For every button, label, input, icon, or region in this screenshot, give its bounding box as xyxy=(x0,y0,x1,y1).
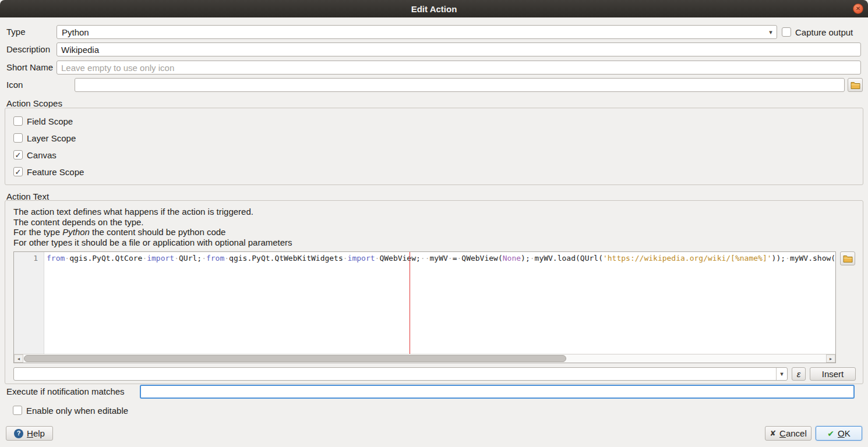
action-scopes-list: Field ScopeLayer Scope✓Canvas✓Feature Sc… xyxy=(13,116,84,177)
help-line-segment: For the type xyxy=(13,227,62,237)
help-line: The content depends on the type. xyxy=(13,217,292,228)
action-scopes-groupbox: Field ScopeLayer Scope✓Canvas✓Feature Sc… xyxy=(5,108,863,185)
cancel-button-label: Cancel xyxy=(779,428,807,438)
code-token: 'https://wikipedia.org/wiki/[%name%]' xyxy=(603,254,772,262)
notification-label: Execute if notification matches xyxy=(6,385,125,399)
checkbox-icon[interactable]: ✓ xyxy=(13,167,23,176)
scope-label: Layer Scope xyxy=(27,133,76,143)
scope-label: Feature Scope xyxy=(27,167,84,177)
code-token: import xyxy=(147,254,174,262)
icon-path-input[interactable] xyxy=(75,78,845,92)
edit-action-dialog: Edit Action ✕ Type Python ▾ Capture outp… xyxy=(0,0,868,447)
code-token: ·QWebView;··myWV·=·QWebView( xyxy=(375,254,503,262)
capture-output-label: Capture output xyxy=(795,27,853,37)
notification-input[interactable] xyxy=(140,385,855,399)
capture-output-checkbox[interactable]: Capture output xyxy=(782,27,853,37)
help-line-italic: Python xyxy=(62,227,90,237)
insert-button[interactable]: Insert xyxy=(810,367,856,381)
type-value: Python xyxy=(57,27,765,37)
help-line: For other types it should be a file or a… xyxy=(13,237,292,248)
ok-button[interactable]: ✔ OK xyxy=(816,426,862,441)
short-name-input[interactable] xyxy=(57,61,861,74)
scope-checkbox-row[interactable]: Layer Scope xyxy=(13,133,84,143)
insert-button-label: Insert xyxy=(822,369,844,379)
horizontal-scrollbar[interactable]: ◂ ▸ xyxy=(14,354,835,363)
code-token: from xyxy=(47,254,65,262)
code-file-browse-button[interactable] xyxy=(840,251,855,265)
enable-editable-label: Enable only when editable xyxy=(26,406,128,416)
scroll-right-arrow[interactable]: ▸ xyxy=(826,354,835,363)
close-button[interactable]: ✕ xyxy=(853,3,863,14)
code-token: ·qgis.PyQt.QtWebKitWidgets· xyxy=(224,254,347,262)
checkbox-icon[interactable] xyxy=(13,133,23,143)
chevron-down-icon[interactable]: ▾ xyxy=(765,26,777,38)
checkbox-icon[interactable] xyxy=(782,27,791,37)
checkbox-icon[interactable] xyxy=(13,116,23,126)
code-token: from xyxy=(206,254,224,262)
code-token: ·QUrl;· xyxy=(174,254,206,262)
titlebar[interactable]: Edit Action ✕ xyxy=(0,0,868,17)
scope-checkbox-row[interactable]: ✓Feature Scope xyxy=(13,166,84,177)
window-title: Edit Action xyxy=(411,4,457,14)
code-token: );·myWV.load(QUrl( xyxy=(521,254,603,262)
checkbox-icon[interactable]: ✓ xyxy=(13,150,23,159)
close-icon: ✕ xyxy=(856,6,860,12)
description-input[interactable] xyxy=(57,42,861,56)
help-line-segment: the content should be python code xyxy=(90,227,226,237)
cancel-button[interactable]: ✘ Cancel xyxy=(765,426,811,441)
help-icon: ? xyxy=(14,429,23,438)
code-token: ·qgis.PyQt.QtCore· xyxy=(65,254,147,262)
type-label: Type xyxy=(6,25,26,39)
action-text-help: The action text defines what happens if … xyxy=(13,207,292,247)
code-line-content: from·qgis.PyQt.QtCore·import·QUrl;·from·… xyxy=(45,252,835,262)
chevron-down-icon[interactable]: ▾ xyxy=(776,368,787,380)
scrollbar-thumb[interactable] xyxy=(24,355,566,362)
type-combobox[interactable]: Python ▾ xyxy=(57,25,777,39)
enable-editable-checkbox[interactable]: Enable only when editable xyxy=(13,405,128,416)
folder-icon xyxy=(843,254,853,262)
scope-label: Field Scope xyxy=(27,116,73,126)
icon-label: Icon xyxy=(6,78,23,92)
help-button-label: Help xyxy=(27,428,45,438)
line-number: 1 xyxy=(14,254,38,262)
scroll-left-arrow[interactable]: ◂ xyxy=(14,354,23,363)
code-editor[interactable]: 1 from·qgis.PyQt.QtCore·import·QUrl;·fro… xyxy=(13,251,836,363)
expression-builder-button[interactable]: ε xyxy=(792,367,806,381)
code-token: import xyxy=(348,254,375,262)
folder-icon xyxy=(851,81,860,89)
epsilon-icon: ε xyxy=(797,369,801,379)
help-line: For the type Python the content should b… xyxy=(13,227,292,237)
help-button[interactable]: ? Help xyxy=(6,426,53,441)
help-line: The action text defines what happens if … xyxy=(13,207,292,217)
scope-label: Canvas xyxy=(27,150,57,160)
short-name-label: Short Name xyxy=(6,61,53,74)
icon-browse-button[interactable] xyxy=(848,78,863,92)
checkbox-icon[interactable] xyxy=(13,406,22,415)
ok-button-label: OK xyxy=(838,428,851,438)
description-label: Description xyxy=(6,42,50,56)
code-area[interactable]: from·qgis.PyQt.QtCore·import·QUrl;·from·… xyxy=(45,252,835,354)
cancel-icon: ✘ xyxy=(770,430,776,437)
edge-column-marker xyxy=(410,252,410,354)
code-token: None xyxy=(503,254,521,262)
code-token: ));·myWV.show() xyxy=(772,254,835,262)
scope-checkbox-row[interactable]: ✓Canvas xyxy=(13,150,84,160)
check-icon: ✔ xyxy=(827,430,834,438)
scope-checkbox-row[interactable]: Field Scope xyxy=(13,116,84,126)
action-text-groupbox: The action text defines what happens if … xyxy=(5,200,863,384)
variable-combobox[interactable]: ▾ xyxy=(13,367,788,381)
line-number-gutter: 1 xyxy=(14,252,44,354)
